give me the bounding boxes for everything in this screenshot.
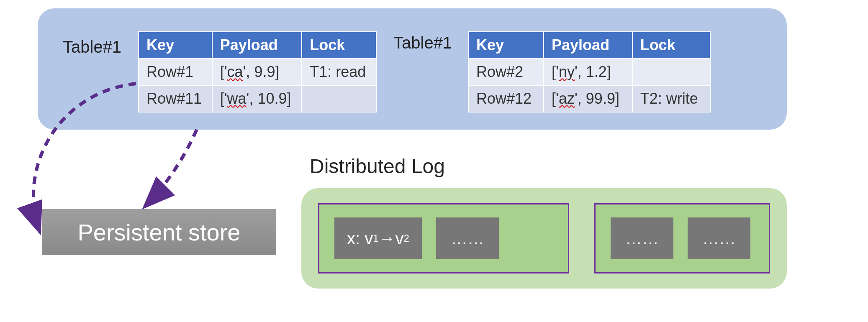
cell-key: Row#12	[468, 85, 544, 112]
cell-lock: T2: write	[632, 85, 710, 112]
cell-lock	[632, 59, 710, 85]
cell-payload: ['ny', 1.2]	[544, 59, 632, 85]
right-table-label: Table#1	[393, 33, 452, 52]
arrow-right	[144, 130, 197, 207]
col-lock: Lock	[302, 32, 376, 59]
cell-payload: ['az', 99.9]	[544, 85, 632, 112]
log-entry: ……	[688, 217, 750, 259]
distributed-log-panel: x: v1→v2 …… …… ……	[301, 188, 787, 289]
table-row: Row#1 ['ca', 9.9] T1: read	[139, 59, 376, 85]
tables-panel: Table#1 Table#1 Key Payload Lock Row#1 […	[38, 8, 787, 130]
distributed-log-title: Distributed Log	[310, 155, 445, 178]
cell-key: Row#2	[468, 59, 544, 85]
table-header-row: Key Payload Lock	[468, 32, 710, 59]
log-entry: ……	[611, 217, 673, 259]
cell-payload: ['ca', 9.9]	[212, 59, 302, 85]
table-row: Row#11 ['wa', 10.9]	[139, 85, 376, 112]
cell-lock: T1: read	[302, 59, 376, 85]
persistent-store-label: Persistent store	[77, 219, 240, 246]
col-payload: Payload	[544, 32, 632, 59]
log-entry: ……	[436, 217, 499, 259]
table-row: Row#2 ['ny', 1.2]	[468, 59, 710, 85]
cell-key: Row#1	[139, 59, 212, 85]
table-header-row: Key Payload Lock	[139, 32, 376, 59]
col-key: Key	[139, 32, 212, 59]
col-lock: Lock	[632, 32, 710, 59]
col-payload: Payload	[212, 32, 302, 59]
log-group: x: v1→v2 ……	[318, 203, 569, 273]
cell-payload: ['wa', 10.9]	[212, 85, 302, 112]
left-table: Key Payload Lock Row#1 ['ca', 9.9] T1: r…	[138, 31, 377, 112]
right-table: Key Payload Lock Row#2 ['ny', 1.2] Row#1…	[468, 31, 711, 112]
log-entry: x: v1→v2	[334, 217, 422, 259]
cell-key: Row#11	[139, 85, 212, 112]
persistent-store-box: Persistent store	[42, 209, 276, 255]
log-group: …… ……	[594, 203, 770, 273]
table-row: Row#12 ['az', 99.9] T2: write	[468, 85, 710, 112]
cell-lock	[302, 85, 376, 112]
col-key: Key	[468, 32, 544, 59]
left-table-label: Table#1	[63, 38, 121, 56]
